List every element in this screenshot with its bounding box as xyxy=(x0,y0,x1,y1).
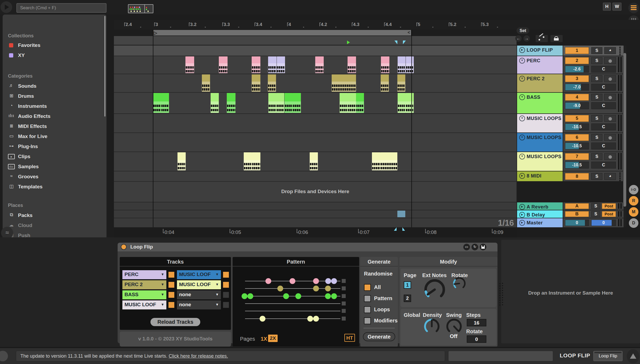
clip[interactable] xyxy=(406,56,414,73)
device-title-bar[interactable]: Loop Flip ▭ ↻ xyxy=(118,243,497,251)
clip[interactable] xyxy=(348,93,356,113)
pattern-line-end-square[interactable] xyxy=(342,309,346,313)
unfold-track-icon[interactable]: ▼ xyxy=(519,154,525,159)
sidebar-item-templates[interactable]: ◫Templates xyxy=(3,184,106,192)
rotate-value-box[interactable]: 0 xyxy=(467,335,486,343)
pattern-dot[interactable] xyxy=(290,278,295,284)
volume-box[interactable]: -10.5 xyxy=(565,123,589,130)
unfold-track-icon[interactable]: ▼ xyxy=(519,58,525,64)
clip[interactable] xyxy=(252,56,260,73)
refresh-icon[interactable]: ↻ xyxy=(472,244,478,250)
sidebar-item-grooves[interactable]: ≈Grooves xyxy=(3,174,106,181)
search-input[interactable]: Search (Cmd + F) xyxy=(16,3,106,13)
clip[interactable] xyxy=(293,93,301,113)
solo-button[interactable]: S xyxy=(591,203,600,209)
clip[interactable] xyxy=(397,74,405,92)
clip[interactable] xyxy=(381,74,389,92)
clip[interactable] xyxy=(268,56,277,73)
track-number-box[interactable]: 5 xyxy=(565,115,589,122)
mixer-toggle-r[interactable]: R xyxy=(629,196,638,206)
set-button[interactable]: Set xyxy=(517,27,529,34)
arm-button[interactable] xyxy=(604,134,616,141)
clip[interactable] xyxy=(398,93,406,113)
solo-button[interactable]: S xyxy=(591,94,602,101)
mixer-toggle-io[interactable]: I·O xyxy=(629,185,638,194)
sidebar-item-instruments[interactable]: ◔Instruments xyxy=(3,103,106,111)
master-volume-box[interactable]: 0 xyxy=(565,220,589,226)
pattern-dot[interactable] xyxy=(325,286,331,291)
clip[interactable] xyxy=(332,74,356,92)
randomise-option-checkbox-all[interactable] xyxy=(364,284,371,291)
pattern-line-end-square[interactable] xyxy=(342,286,346,290)
clip[interactable] xyxy=(372,152,381,170)
target-enable-checkbox[interactable] xyxy=(223,301,229,308)
track-lane-bass[interactable] xyxy=(114,93,517,113)
track-lane-music-loops[interactable] xyxy=(114,133,517,152)
pattern-dot[interactable] xyxy=(283,293,289,299)
target-enable-checkbox[interactable] xyxy=(223,281,229,288)
device-resize-handle[interactable] xyxy=(499,282,501,306)
loop-start-marker[interactable]: ▷ xyxy=(154,30,157,36)
track-name-cell[interactable]: ▶8 MIDI xyxy=(517,171,563,181)
volume-box[interactable]: -2.6 xyxy=(565,66,589,73)
solo-button[interactable]: S xyxy=(591,47,602,54)
play-track-icon[interactable]: ▶ xyxy=(519,220,525,226)
clip[interactable] xyxy=(227,93,235,113)
beat-time-ruler[interactable]: 2.433.23.33.444.24.34.455.25.3 xyxy=(114,20,640,30)
track-name-cell[interactable]: ▶A Reverb xyxy=(517,202,563,210)
track-name-cell[interactable]: ▶B Delay xyxy=(517,210,563,218)
generate-button[interactable]: Generate xyxy=(363,332,395,341)
clip[interactable] xyxy=(406,93,414,113)
track-lane-perc[interactable] xyxy=(114,56,517,74)
pattern-dot[interactable] xyxy=(307,316,313,322)
source-track-dropdown[interactable]: BASS▼ xyxy=(122,290,166,299)
pattern-dot[interactable] xyxy=(331,278,337,284)
target-enable-checkbox[interactable] xyxy=(223,291,229,298)
track-lane-music-loops[interactable] xyxy=(114,152,517,171)
lock-icon[interactable] xyxy=(550,35,563,42)
randomise-option-checkbox-modifiers[interactable] xyxy=(364,317,371,324)
punch-in-marker[interactable] xyxy=(394,41,397,44)
pages-1x-button[interactable]: 1X xyxy=(261,336,267,342)
track-lane-8-midi[interactable] xyxy=(114,171,517,181)
solo-button[interactable]: S xyxy=(591,115,602,122)
randomise-option-checkbox-loops[interactable] xyxy=(364,306,371,313)
play-track-icon[interactable]: ▶ xyxy=(519,173,525,179)
track-name-cell[interactable]: ▶LOOP FLIP xyxy=(517,46,563,56)
sidebar-item-samples[interactable]: ılııSamples xyxy=(3,163,106,171)
unfold-track-icon[interactable]: ▼ xyxy=(519,135,525,140)
status-left-icon[interactable] xyxy=(0,351,8,361)
volume-box[interactable]: -10.5 xyxy=(565,162,589,168)
pattern-line-end-square[interactable] xyxy=(342,317,346,321)
arm-button[interactable] xyxy=(604,115,616,122)
clip[interactable] xyxy=(252,74,260,92)
track-header-music-loops[interactable]: ▼MUSIC LOOPS5S-10.5C xyxy=(517,114,627,132)
sidebar-item-audio-effects[interactable]: ılııAudio Effects xyxy=(3,113,106,121)
target-track-dropdown[interactable]: MUSIC LOOF▼ xyxy=(177,280,221,289)
track-name-cell[interactable]: ▶Master xyxy=(517,218,563,227)
ext-notes-knob[interactable] xyxy=(423,278,446,301)
fixed-height-button[interactable]: H xyxy=(603,3,611,11)
pages-2x-button[interactable]: 2X xyxy=(268,335,278,342)
solo-button[interactable]: S xyxy=(591,57,602,64)
clip[interactable] xyxy=(268,74,276,92)
track-header-music-loops[interactable]: ▼MUSIC LOOPS7S-10.5C xyxy=(517,152,627,171)
volume-box[interactable]: -7.0 xyxy=(565,84,589,91)
track-header-music-loops[interactable]: ▼MUSIC LOOPS6S-10.5C xyxy=(517,133,627,152)
track-header-loop-flip[interactable]: ▶LOOP FLIP1S◕ xyxy=(517,46,627,56)
pattern-dot[interactable] xyxy=(277,286,283,291)
sidebar-item-midi-effects[interactable]: ≣MIDI Effects xyxy=(3,123,106,131)
mixer-toggle-d[interactable]: D xyxy=(629,218,638,228)
pan-box[interactable]: C xyxy=(591,102,616,109)
clip[interactable] xyxy=(310,152,318,170)
track-header-perc-2[interactable]: ▼PERC 23S-7.0C xyxy=(517,74,627,92)
sidebar-item-plug-ins[interactable]: ⊶Plug-Ins xyxy=(3,143,106,151)
device-window-button[interactable]: Loop Flip xyxy=(593,351,623,361)
sidebar-item-cloud[interactable]: ☁Cloud xyxy=(3,222,106,230)
pattern-dot[interactable] xyxy=(325,278,331,284)
track-name-cell[interactable]: ▼PERC 2 xyxy=(517,74,563,92)
track-header-a-reverb[interactable]: ▶A ReverbASPost xyxy=(517,202,627,210)
track-header-master[interactable]: ▶Master00 xyxy=(517,218,627,227)
clip[interactable] xyxy=(185,56,194,73)
track-lane-music-loops[interactable] xyxy=(114,114,517,132)
